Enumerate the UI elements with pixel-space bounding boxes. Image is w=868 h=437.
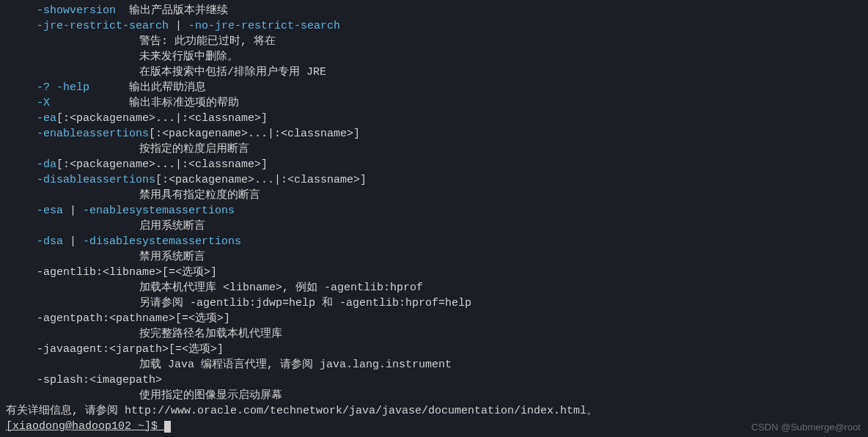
- cursor-icon: [164, 421, 171, 433]
- option-flag: -esa: [37, 205, 63, 217]
- output-text: 加载本机代理库 <libname>, 例如 -agentlib:hprof: [139, 282, 423, 294]
- output-text: 在版本搜索中包括/排除用户专用 JRE: [139, 66, 326, 78]
- output-line: 按完整路径名加载本机代理库: [0, 326, 868, 342]
- output-text: 输出此帮助消息: [89, 81, 206, 94]
- output-line: 禁用具有指定粒度的断言: [0, 188, 868, 203]
- output-text: 加载 Java 编程语言代理, 请参阅 java.lang.instrument: [139, 359, 452, 371]
- option-flag: -X: [37, 97, 50, 109]
- output-text: [:<packagename>...|:<classname>]: [155, 174, 367, 186]
- option-flag: -da: [37, 158, 56, 171]
- shell-prompt[interactable]: [xiaodong@hadoop102 ~]$: [0, 419, 868, 434]
- option-flag: -jre-restrict-search: [37, 20, 169, 32]
- output-text: 使用指定的图像显示启动屏幕: [139, 389, 282, 402]
- output-line: -dsa | -disablesystemassertions: [0, 234, 868, 249]
- output-text: 按完整路径名加载本机代理库: [139, 328, 282, 340]
- output-text: 输出产品版本并继续: [116, 4, 228, 17]
- output-text: 警告: 此功能已过时, 将在: [139, 35, 276, 48]
- output-text: 输出非标准选项的帮助: [50, 97, 239, 109]
- watermark: CSDN @Submerge@root: [751, 421, 861, 434]
- output-text: |: [63, 235, 83, 248]
- output-line: 使用指定的图像显示启动屏幕: [0, 388, 868, 403]
- option-flag: -enableassertions: [37, 128, 149, 140]
- output-text: -splash:<imagepath>: [37, 374, 162, 386]
- output-text: -javaagent:<jarpath>[=<选项>]: [37, 343, 224, 356]
- output-line: -splash:<imagepath>: [0, 372, 868, 388]
- output-text: 按指定的粒度启用断言: [139, 143, 249, 155]
- output-text: 有关详细信息, 请参阅 http://www.oracle.com/techne…: [6, 405, 597, 417]
- output-line: -? -help 输出此帮助消息: [0, 80, 868, 95]
- output-text: -agentlib:<libname>[=<选项>]: [37, 266, 217, 279]
- output-text: 禁用系统断言: [139, 251, 205, 263]
- output-line: -ea[:<packagename>...|:<classname>]: [0, 111, 868, 126]
- output-line: -X 输出非标准选项的帮助: [0, 95, 868, 111]
- option-flag: -dsa: [37, 235, 63, 248]
- output-line: -showversion 输出产品版本并继续: [0, 3, 868, 18]
- output-line: -enableassertions[:<packagename>...|:<cl…: [0, 126, 868, 142]
- output-line: -agentlib:<libname>[=<选项>]: [0, 265, 868, 280]
- output-text: [:<packagename>...|:<classname>]: [56, 158, 268, 171]
- output-line: 加载 Java 编程语言代理, 请参阅 java.lang.instrument: [0, 357, 868, 372]
- option-flag: -disableassertions: [37, 174, 155, 186]
- output-text: [:<packagename>...|:<classname>]: [56, 112, 268, 125]
- output-text: [:<packagename>...|:<classname>]: [149, 128, 360, 140]
- output-line: 在版本搜索中包括/排除用户专用 JRE: [0, 65, 868, 80]
- output-line: 禁用系统断言: [0, 249, 868, 265]
- output-text: 启用系统断言: [139, 220, 205, 232]
- option-flag: -? -help: [37, 81, 89, 94]
- output-text: 另请参阅 -agentlib:jdwp=help 和 -agentlib:hpr…: [139, 297, 471, 309]
- option-flag: -showversion: [37, 4, 116, 17]
- output-line: -javaagent:<jarpath>[=<选项>]: [0, 342, 868, 357]
- output-line: -da[:<packagename>...|:<classname>]: [0, 157, 868, 172]
- output-line: 另请参阅 -agentlib:jdwp=help 和 -agentlib:hpr…: [0, 295, 868, 311]
- option-flag: -enablesystemassertions: [83, 205, 235, 217]
- output-line: -agentpath:<pathname>[=<选项>]: [0, 311, 868, 326]
- output-line: 加载本机代理库 <libname>, 例如 -agentlib:hprof: [0, 280, 868, 295]
- option-flag: -no-jre-restrict-search: [188, 20, 340, 32]
- output-line: 警告: 此功能已过时, 将在: [0, 34, 868, 49]
- option-flag: -disablesystemassertions: [83, 235, 241, 248]
- terminal-output: -showversion 输出产品版本并继续-jre-restrict-sear…: [0, 3, 868, 419]
- output-line: 有关详细信息, 请参阅 http://www.oracle.com/techne…: [0, 403, 868, 419]
- output-text: 禁用具有指定粒度的断言: [139, 189, 260, 202]
- prompt-text: [xiaodong@hadoop102 ~]$: [6, 420, 164, 433]
- output-line: 按指定的粒度启用断言: [0, 142, 868, 157]
- output-text: -agentpath:<pathname>[=<选项>]: [37, 312, 230, 325]
- output-line: 未来发行版中删除。: [0, 49, 868, 65]
- output-line: -esa | -enablesystemassertions: [0, 203, 868, 218]
- output-line: 启用系统断言: [0, 218, 868, 234]
- output-line: -jre-restrict-search | -no-jre-restrict-…: [0, 18, 868, 34]
- output-text: 未来发行版中删除。: [139, 51, 238, 63]
- output-line: -disableassertions[:<packagename>...|:<c…: [0, 172, 868, 188]
- output-text: |: [63, 205, 83, 217]
- output-text: |: [169, 20, 188, 32]
- option-flag: -ea: [37, 112, 56, 125]
